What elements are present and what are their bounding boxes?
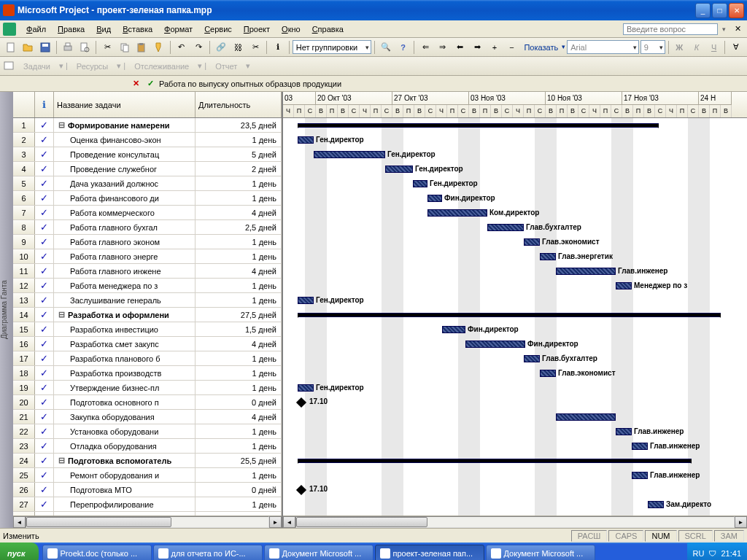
task-name-cell[interactable]: Разработка производств bbox=[54, 366, 196, 380]
summary-bar[interactable] bbox=[298, 123, 659, 128]
gantt-body[interactable]: Ген.директорГен.директорГен.директорГен.… bbox=[283, 118, 747, 516]
format-painter-button[interactable] bbox=[151, 39, 167, 55]
task-name-cell[interactable]: Работа финансового ди bbox=[54, 191, 196, 205]
start-button[interactable]: пуск bbox=[0, 542, 39, 560]
menu-Вставка[interactable]: Вставка bbox=[117, 23, 158, 35]
row-number[interactable]: 16 bbox=[13, 337, 35, 351]
show-button[interactable]: Показать bbox=[521, 42, 565, 53]
taskbar-item[interactable]: для отчета по ИС-... bbox=[153, 545, 263, 560]
task-bar[interactable]: Глав.бухгалтер bbox=[524, 355, 540, 362]
summary-bar[interactable] bbox=[298, 459, 692, 463]
task-name-cell[interactable]: Установка оборудовани bbox=[54, 424, 196, 438]
row-number[interactable]: 13 bbox=[13, 293, 35, 307]
duration-cell[interactable]: 4 дней bbox=[196, 410, 282, 424]
duration-cell[interactable]: 0 дней bbox=[196, 395, 282, 409]
table-row[interactable]: 25✓Ремонт оборудования и1 день bbox=[13, 468, 282, 483]
duration-cell[interactable]: 1 день bbox=[196, 366, 282, 380]
duration-header[interactable]: Длительность bbox=[196, 92, 282, 117]
table-row[interactable]: 8✓Работа главного бухгал2,5 дней bbox=[13, 220, 282, 235]
help-question-input[interactable] bbox=[623, 23, 718, 35]
minus-button[interactable]: − bbox=[504, 39, 520, 55]
duration-cell[interactable]: 1 день bbox=[196, 381, 282, 394]
row-number[interactable]: 12 bbox=[13, 279, 35, 292]
menu-Вид[interactable]: Вид bbox=[90, 23, 117, 35]
menu-Окно[interactable]: Окно bbox=[276, 23, 306, 35]
task-name-cell[interactable]: Заслушивание генераль bbox=[54, 293, 196, 307]
duration-cell[interactable]: 2,5 дней bbox=[196, 220, 282, 234]
duration-cell[interactable]: 1 день bbox=[196, 249, 282, 263]
copy-button[interactable] bbox=[117, 39, 133, 55]
taskbar-item[interactable]: Proekt.doc (только ... bbox=[42, 545, 152, 560]
task-bar[interactable]: Фин.директор bbox=[442, 326, 465, 333]
duration-cell[interactable]: 2 дней bbox=[196, 162, 282, 176]
help-button[interactable]: ? bbox=[395, 39, 411, 55]
menu-Сервис[interactable]: Сервис bbox=[198, 23, 238, 35]
report-tab[interactable]: Отчет bbox=[211, 61, 241, 72]
task-bar[interactable]: Ген.директор bbox=[298, 297, 314, 304]
menu-Справка[interactable]: Справка bbox=[306, 23, 349, 35]
duration-cell[interactable]: 1 день bbox=[196, 497, 282, 511]
table-row[interactable]: 10✓Работа главного энерге1 день bbox=[13, 249, 282, 264]
print-button[interactable] bbox=[60, 39, 76, 55]
row-number[interactable]: 25 bbox=[13, 468, 35, 482]
minimize-button[interactable]: _ bbox=[695, 3, 711, 18]
task-name-cell[interactable]: ⊟Разработка и оформлени bbox=[54, 308, 196, 322]
row-number[interactable]: 17 bbox=[13, 351, 35, 365]
task-name-cell[interactable]: Отладка оборудования bbox=[54, 439, 196, 453]
entry-text[interactable]: Работа по выпуску опытных образцов проду… bbox=[159, 79, 744, 88]
task-bar[interactable]: Фин.директор bbox=[427, 195, 442, 202]
task-bar[interactable]: Ген.директор bbox=[298, 384, 314, 392]
taskbar-item[interactable]: проект-зеленая пап... bbox=[375, 545, 484, 560]
tasks-tab[interactable]: Задачи bbox=[19, 61, 55, 72]
task-bar[interactable]: Глав.экономист bbox=[524, 238, 540, 246]
info-button[interactable]: ℹ bbox=[270, 39, 286, 55]
font-size-combo[interactable]: 9 bbox=[640, 40, 665, 54]
task-name-cell[interactable]: Работа главного энерге bbox=[54, 249, 196, 263]
table-row[interactable]: 4✓Проведение служебног2 дней bbox=[13, 162, 282, 176]
duration-cell[interactable]: 1 день bbox=[196, 133, 282, 147]
summary-bar[interactable] bbox=[298, 313, 721, 317]
duration-cell[interactable]: 4 дней bbox=[196, 206, 282, 219]
table-row[interactable]: 3✓Проведение консультац5 дней bbox=[13, 147, 282, 162]
duration-cell[interactable]: 1 день bbox=[196, 176, 282, 190]
maximize-button[interactable]: □ bbox=[712, 3, 727, 18]
task-bar[interactable]: Ген.директор bbox=[298, 136, 314, 144]
task-bar[interactable]: Глав.бухгалтер bbox=[487, 224, 524, 231]
task-bar[interactable]: Глав.инженер bbox=[632, 443, 648, 450]
task-name-cell[interactable]: Подготовка основного п bbox=[54, 395, 196, 409]
print-preview-button[interactable] bbox=[77, 39, 93, 55]
duration-cell[interactable]: 5 дней bbox=[196, 147, 282, 161]
grouping-combo[interactable]: Нет группировки bbox=[293, 40, 371, 54]
duration-cell[interactable]: 27,5 дней bbox=[196, 308, 282, 322]
task-bar[interactable] bbox=[556, 413, 616, 421]
duration-cell[interactable]: 1 день bbox=[196, 235, 282, 249]
menu-chevron-icon[interactable]: ▾ bbox=[722, 26, 726, 33]
arrow-left-icon[interactable]: ⇐ bbox=[417, 39, 433, 55]
task-name-cell[interactable]: Проведение служебног bbox=[54, 162, 196, 176]
duration-cell[interactable]: 23,5 дней bbox=[196, 118, 282, 132]
task-name-cell[interactable]: Закупка оборудования bbox=[54, 410, 196, 424]
bold-button[interactable]: Ж bbox=[672, 39, 688, 55]
arrow-right-icon[interactable]: ⇒ bbox=[435, 39, 451, 55]
table-row[interactable]: 26✓Подготовка МТО0 дней bbox=[13, 483, 282, 497]
row-number[interactable]: 21 bbox=[13, 410, 35, 424]
row-number[interactable]: 6 bbox=[13, 191, 35, 205]
row-number[interactable]: 15 bbox=[13, 322, 35, 336]
row-number[interactable]: 11 bbox=[13, 264, 35, 278]
duration-cell[interactable]: 1 день bbox=[196, 468, 282, 482]
row-number[interactable]: 27 bbox=[13, 497, 35, 511]
filter-button[interactable]: ∀ bbox=[728, 39, 744, 55]
task-name-cell[interactable]: Работа главного бухгал bbox=[54, 220, 196, 234]
table-row[interactable]: 11✓Работа главного инжене4 дней bbox=[13, 264, 282, 279]
row-number[interactable]: 3 bbox=[13, 147, 35, 161]
accept-entry-button[interactable]: ✓ bbox=[144, 78, 156, 90]
row-number[interactable]: 9 bbox=[13, 235, 35, 249]
row-number[interactable]: 7 bbox=[13, 206, 35, 219]
table-row[interactable]: 12✓Работа менеджера по з1 день bbox=[13, 279, 282, 293]
task-name-cell[interactable]: Подготовка МТО bbox=[54, 483, 196, 497]
gantt-hscroll[interactable]: ◄► bbox=[283, 516, 747, 528]
task-name-cell[interactable]: Утверждение бизнес-пл bbox=[54, 381, 196, 394]
plus-button[interactable]: + bbox=[487, 39, 503, 55]
task-name-cell[interactable]: Перепрофилирование bbox=[54, 497, 196, 511]
menu-Формат[interactable]: Формат bbox=[158, 23, 198, 35]
